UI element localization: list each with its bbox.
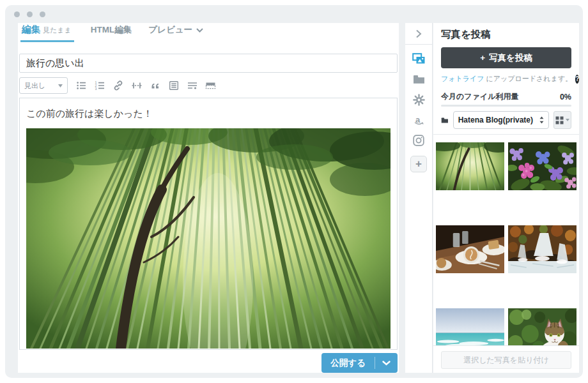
paste-selected-photos-button[interactable]: 選択した写真を貼り付け [441,351,571,369]
usage-progress-bar [441,105,571,107]
gear-tool-icon[interactable] [412,93,426,106]
publish-options-dropdown[interactable] [375,353,398,373]
window-dot-3 [40,11,45,17]
tab-edit-mode-label: 見たまま [43,26,72,35]
amazon-tool-icon[interactable]: a [412,114,426,126]
grid-view-icon [555,116,564,124]
entry-title-input[interactable] [19,54,398,73]
instagram-tool-icon[interactable] [412,134,426,147]
photo-thumbnail-bamboo-forest[interactable] [436,142,504,190]
photo-thumbnail-hydrangea-flowers[interactable] [508,142,576,190]
folder-tool-icon[interactable] [412,73,426,86]
window-titlebar [5,5,583,23]
tab-preview[interactable]: プレビュー [148,24,203,42]
hatena-blog-editor-screen: 編集 見たまま HTML編集 プレビュー 見出し 123 [0,0,588,383]
upload-note: フォトライフにアップロードされます。 ? [441,74,571,84]
browser-window: 編集 見たまま HTML編集 プレビュー 見出し 123 [5,5,583,378]
publish-button-label: 公開する [321,353,375,373]
sidebar-icon-strip: a + [405,23,433,373]
add-tool-button[interactable]: + [410,156,427,172]
plus-icon: + [480,53,485,63]
tab-edit-label: 編集 [22,24,40,36]
usage-row: 今月のファイル利用量 0% [441,91,571,102]
photos-tool-icon[interactable] [412,52,426,65]
photo-thumbnail-autumn-waterfall[interactable] [508,225,576,273]
svg-text:a: a [415,114,421,124]
editor-column: 編集 見たまま HTML編集 プレビュー 見出し 123 [18,23,399,373]
fotolife-link[interactable]: フォトライフ [441,74,484,84]
upload-photo-button[interactable]: + 写真を投稿 [441,47,571,68]
folder-icon [441,116,449,124]
entry-body-editor[interactable]: この前の旅行は楽しかった！ [19,98,398,350]
numbered-list-icon[interactable]: 123 [94,80,105,91]
photo-thumbnail-grid [433,135,579,345]
editor-toolbar: 見出し 123 [19,77,398,94]
link-icon[interactable] [112,80,123,91]
chevron-down-icon [566,119,569,121]
editor-tabs: 編集 見たまま HTML編集 プレビュー [19,27,398,42]
blockquote-icon[interactable] [150,80,160,91]
chevron-down-icon [58,84,63,87]
bamboo-forest-photo[interactable] [26,128,391,349]
select-stepper-icon [539,116,544,124]
collapse-sidebar-button[interactable] [405,23,432,45]
svg-text:3: 3 [95,87,97,91]
chevron-down-icon [382,361,391,366]
heading-style-select[interactable]: 見出し [19,77,68,94]
folder-select[interactable]: Hatena Blog(private) [453,111,549,129]
help-question-icon[interactable]: ? [575,75,579,84]
tab-edit[interactable]: 編集 見たまま [20,24,74,42]
usage-value: 0% [560,93,571,101]
chevron-down-icon [196,28,203,33]
window-dot-2 [27,11,33,17]
table-icon[interactable] [205,80,216,91]
photo-upload-panel: 写真を投稿 + 写真を投稿 フォトライフにアップロードされます。 ? 今月のファ… [433,23,579,373]
bullet-list-icon[interactable] [75,80,86,91]
chevron-right-icon [415,29,422,38]
view-mode-button[interactable] [553,111,571,129]
photo-thumbnail-cat-portrait[interactable] [508,308,576,345]
photo-thumbnail-beach-shore[interactable] [436,308,504,345]
folder-select-row: Hatena Blog(private) [441,111,571,129]
publish-button[interactable]: 公開する [321,353,398,373]
read-more-icon[interactable] [131,80,142,91]
entry-body-text: この前の旅行は楽しかった！ [26,107,391,121]
paste-area: 選択した写真を貼り付け [433,345,579,373]
panel-title: 写真を投稿 [433,28,579,41]
tab-html-edit[interactable]: HTML編集 [91,24,132,42]
publish-row: 公開する [19,353,398,373]
window-dot-1 [14,11,20,17]
usage-label: 今月のファイル利用量 [441,91,518,102]
footnote-icon[interactable] [187,80,197,91]
table-of-contents-icon[interactable] [168,80,179,91]
photo-thumbnail-coffee-table[interactable] [436,225,504,273]
